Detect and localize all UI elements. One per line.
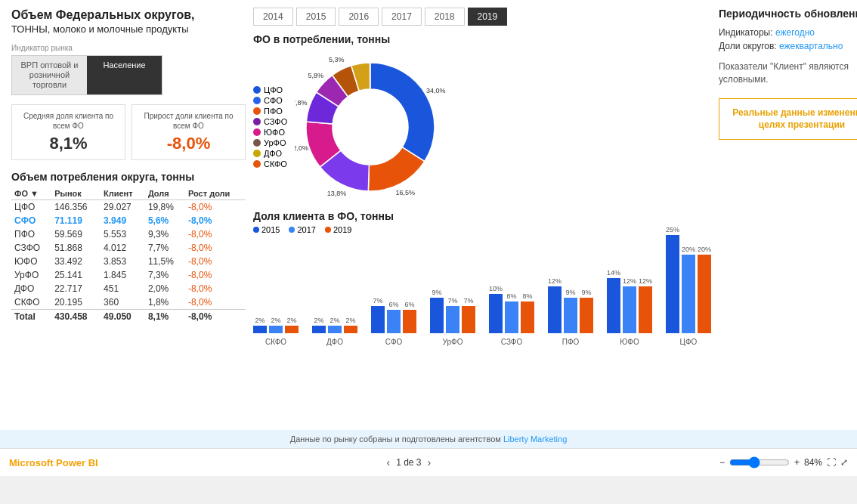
fo-legend-item-сзфо: СЗФО	[253, 117, 287, 126]
title-section: Объем Федеральных округов, ТОННЫ, молоко…	[11, 8, 246, 35]
nav-prev[interactable]: ‹	[386, 456, 390, 468]
metric-value-avg: 8,1%	[18, 134, 119, 153]
donut-segment-0	[370, 63, 435, 162]
bar-label-дфо: ДФО	[326, 338, 343, 346]
year-tab-2017[interactable]: 2017	[382, 8, 422, 26]
page-title: Объем Федеральных округов,	[11, 8, 246, 23]
zoom-plus[interactable]: +	[794, 457, 800, 468]
bar-ДФО-1: 2%	[328, 317, 342, 333]
table-row: ПФО 59.569 5.553 9,3% -8,0%	[11, 227, 246, 241]
bar-ДФО-2: 2%	[344, 317, 357, 333]
year-tab-2014[interactable]: 2014	[253, 8, 293, 26]
table-row: ДФО 22.717 451 2,0% -8,0%	[11, 282, 246, 295]
bar-СКФО-1: 2%	[269, 317, 283, 333]
zoom-slider[interactable]	[729, 456, 790, 468]
footer-link[interactable]: Liberty Marketing	[503, 434, 567, 444]
toggle-btn-population[interactable]: Население	[87, 56, 162, 95]
middle-panel: 201420152016201720182019 ФО в потреблени…	[253, 8, 711, 422]
indicator-label: Индикатор рынка	[11, 44, 246, 52]
year-tab-2015[interactable]: 2015	[296, 8, 336, 26]
zoom-value: 84%	[804, 457, 822, 468]
fo-legend-item-цфо: ЦФО	[253, 85, 287, 94]
year-tab-2019[interactable]: 2019	[468, 8, 508, 26]
bar-СФО-1: 6%	[387, 301, 401, 333]
legend-dot-скфо	[253, 160, 261, 168]
bar-ЮФО-1: 12%	[623, 277, 636, 333]
bar-СФО-2: 6%	[403, 301, 416, 333]
donut-svg: 34,0%16,5%13,8%12,0%7,8%5,8%5,3%	[295, 51, 446, 203]
metric-value-growth: -8,0%	[138, 134, 239, 153]
bar-group-пфо: 12%9%9%ПФО	[548, 277, 593, 346]
year-tab-2016[interactable]: 2016	[339, 8, 379, 26]
content-area: Объем Федеральных округов, ТОННЫ, молоко…	[0, 0, 857, 430]
data-table: ФО ▼ Рынок Клиент Доля Рост доли ЦФО 146…	[11, 187, 246, 323]
bar-chart: 2%2%2%СКФО2%2%2%ДФО7%6%6%СФО9%7%7%УрФО10…	[253, 240, 711, 361]
update-title: Периодичность обновления:	[719, 8, 857, 20]
table-row: ЦФО 146.356 29.027 19,8% -8,0%	[11, 200, 246, 215]
donut-label-4: 7,8%	[295, 99, 307, 107]
indicator-section: Индикатор рынка ВРП оптовой и розничной …	[11, 44, 246, 96]
bar-label-урфо: УрФО	[443, 338, 463, 346]
bar-label-пфо: ПФО	[562, 338, 580, 346]
fo-legend-item-пфо: ПФО	[253, 107, 287, 116]
donut-label-2: 13,8%	[327, 190, 347, 197]
legend-dot-цфо	[253, 86, 261, 94]
table-row: ЮФО 33.492 3.853 11,5% -8,0%	[11, 255, 246, 268]
legend-dot-пфо	[253, 107, 261, 115]
bar-section: Доля клиента в ФО, тонны 201520172019 2%…	[253, 210, 711, 361]
donut-label-1: 16,5%	[396, 189, 416, 196]
bar-ЦФО-0: 25%	[666, 226, 679, 333]
nav-next[interactable]: ›	[428, 456, 432, 468]
col-rynok[interactable]: Рынок	[51, 187, 101, 200]
year-tab-2018[interactable]: 2018	[425, 8, 465, 26]
col-fo[interactable]: ФО ▼	[11, 187, 51, 200]
toggle-buttons: ВРП оптовой и розничной торговли Населен…	[11, 55, 162, 96]
zoom-control: − + 84% ⛶ ⤢	[719, 456, 848, 468]
right-panel: Периодичность обновления: Индикаторы: еж…	[719, 8, 857, 422]
bar-legend-item-2019: 2019	[325, 225, 351, 234]
col-klient[interactable]: Клиент	[101, 187, 145, 200]
bar-group-дфо: 2%2%2%ДФО	[312, 317, 357, 346]
zoom-minus[interactable]: −	[719, 457, 725, 468]
donut-chart: 34,0%16,5%13,8%12,0%7,8%5,8%5,3%	[295, 51, 446, 203]
bar-СЗФО-2: 8%	[521, 292, 534, 333]
main-container: Объем Федеральных округов, ТОННЫ, молоко…	[0, 0, 857, 476]
bar-СЗФО-0: 10%	[489, 285, 503, 333]
bar-ЦФО-2: 20%	[698, 246, 711, 333]
legend-dot-юфо	[253, 128, 261, 136]
bar-group-цфо: 25%20%20%ЦФО	[666, 226, 711, 346]
update-item-shares: Доли округов: ежеквартально	[719, 41, 857, 51]
page-subtitle: ТОННЫ, молоко и молочные продукты	[11, 23, 246, 35]
bar-group-юфо: 14%12%12%ЮФО	[607, 269, 652, 346]
volume-title: Объем потребления округа, тонны	[11, 171, 246, 183]
page-info: 1 de 3	[396, 457, 421, 468]
bar-СКФО-2: 2%	[285, 317, 299, 333]
footer-text: Данные по рынку собраны и подготовлены а…	[290, 434, 503, 444]
fullscreen-icon[interactable]: ⤢	[840, 457, 848, 468]
bar-legend: 201520172019	[253, 225, 711, 234]
powerbi-link[interactable]: Microsoft Power BI	[9, 457, 98, 468]
bar-group-скфо: 2%2%2%СКФО	[253, 317, 299, 346]
fo-section: ФО в потреблении, тонны ЦФОСФОПФОСЗФОЮФО…	[253, 33, 711, 203]
update-items: Индикаторы: ежегодно Доли округов: ежекв…	[719, 27, 857, 51]
link-quarterly[interactable]: ежеквартально	[779, 41, 843, 51]
col-rost[interactable]: Рост доли	[185, 187, 246, 200]
note-text: Показатели "Клиент" являются условными.	[719, 60, 857, 86]
zoom-icon[interactable]: ⛶	[827, 457, 836, 468]
bar-СЗФО-1: 8%	[505, 292, 518, 333]
bar-label-скфо: СКФО	[265, 338, 286, 346]
toggle-btn-vrp[interactable]: ВРП оптовой и розничной торговли	[12, 56, 87, 95]
donut-label-0: 34,0%	[426, 87, 446, 94]
donut-label-5: 5,8%	[308, 72, 324, 79]
metric-title-avg: Средняя доля клиента по всем ФО	[18, 111, 119, 131]
bar-УрФО-0: 9%	[430, 289, 444, 333]
bar-label-сфо: СФО	[385, 338, 403, 346]
warning-box: Реальные данные изменены в целях презент…	[719, 98, 857, 141]
fo-legend-item-скфо: СКФО	[253, 159, 287, 169]
donut-label-3: 12,0%	[295, 144, 308, 152]
col-dolya[interactable]: Доля	[145, 187, 185, 200]
bar-ПФО-1: 9%	[564, 289, 577, 333]
link-annual[interactable]: ежегодно	[775, 27, 815, 38]
table-row: СФО 71.119 3.949 5,6% -8,0%	[11, 214, 246, 227]
bar-ПФО-0: 12%	[548, 277, 562, 333]
